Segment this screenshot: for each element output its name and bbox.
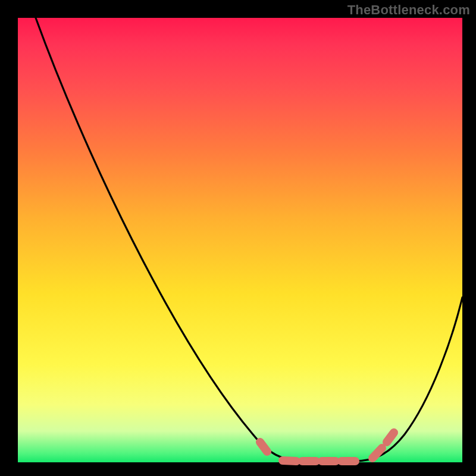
curve-path bbox=[36, 18, 462, 461]
watermark-text: TheBottleneck.com bbox=[347, 2, 470, 18]
bottleneck-curve bbox=[18, 18, 462, 462]
plot-area bbox=[18, 18, 462, 462]
chart-container: TheBottleneck.com bbox=[0, 0, 476, 476]
